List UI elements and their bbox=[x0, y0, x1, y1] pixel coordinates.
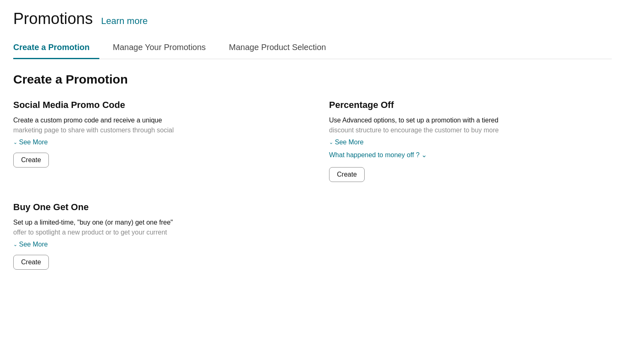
promo-card-social-media: Social Media Promo Code Create a custom … bbox=[13, 100, 296, 182]
learn-more-link[interactable]: Learn more bbox=[101, 16, 148, 26]
page-title: Promotions bbox=[13, 10, 93, 28]
promo-card-percentage-off: Percentage Off Use Advanced options, to … bbox=[329, 100, 612, 182]
tabs-nav: Create a Promotion Manage Your Promotion… bbox=[13, 38, 612, 59]
section-title: Create a Promotion bbox=[13, 72, 612, 86]
create-button-bogo[interactable]: Create bbox=[13, 255, 49, 270]
promo-card-bogo: Buy One Get One Set up a limited-time, "… bbox=[13, 202, 296, 270]
see-more-link-bogo[interactable]: ⌄ See More bbox=[13, 241, 296, 248]
promo-desc-line2-social-media: marketing page to share with customers t… bbox=[13, 127, 174, 134]
see-more-label-social-media: See More bbox=[19, 139, 48, 146]
tab-manage-promotions[interactable]: Manage Your Promotions bbox=[113, 38, 216, 59]
create-button-social-media[interactable]: Create bbox=[13, 153, 49, 168]
promo-title-social-media: Social Media Promo Code bbox=[13, 100, 296, 110]
promotions-grid: Social Media Promo Code Create a custom … bbox=[13, 100, 612, 270]
page-header: Promotions Learn more bbox=[13, 10, 612, 28]
chevron-down-icon: ⌄ bbox=[13, 139, 17, 145]
promo-desc-social-media: Create a custom promo code and receive a… bbox=[13, 115, 296, 135]
chevron-down-icon-3: ⌄ bbox=[421, 151, 427, 159]
money-off-link[interactable]: What happened to money off ? ⌄ bbox=[329, 151, 612, 159]
promo-desc-line1-bogo: Set up a limited-time, "buy one (or many… bbox=[13, 219, 173, 226]
promo-title-bogo: Buy One Get One bbox=[13, 202, 296, 213]
money-off-label: What happened to money off ? bbox=[329, 151, 420, 159]
see-more-label-bogo: See More bbox=[19, 241, 48, 248]
promo-desc-line2-percentage-off: discount structure to encourage the cust… bbox=[329, 127, 499, 134]
see-more-link-social-media[interactable]: ⌄ See More bbox=[13, 139, 296, 146]
promo-desc-line1-percentage-off: Use Advanced options, to set up a promot… bbox=[329, 117, 498, 124]
chevron-down-icon-2: ⌄ bbox=[329, 139, 333, 145]
promo-desc-percentage-off: Use Advanced options, to set up a promot… bbox=[329, 115, 612, 135]
tab-create-promotion[interactable]: Create a Promotion bbox=[13, 38, 99, 59]
create-button-percentage-off[interactable]: Create bbox=[329, 167, 365, 182]
tab-manage-product-selection[interactable]: Manage Product Selection bbox=[229, 38, 336, 59]
chevron-down-icon-4: ⌄ bbox=[13, 242, 17, 247]
promo-desc-bogo: Set up a limited-time, "buy one (or many… bbox=[13, 218, 296, 237]
promo-title-percentage-off: Percentage Off bbox=[329, 100, 612, 110]
promo-desc-line1-social-media: Create a custom promo code and receive a… bbox=[13, 117, 162, 124]
see-more-label-percentage-off: See More bbox=[335, 139, 363, 146]
promo-desc-line2-bogo: offer to spotlight a new product or to g… bbox=[13, 229, 167, 236]
see-more-link-percentage-off[interactable]: ⌄ See More bbox=[329, 139, 612, 146]
